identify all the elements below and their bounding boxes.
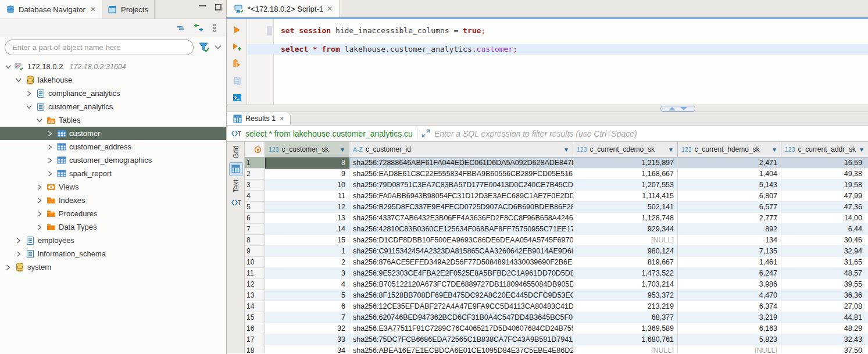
minimize-icon[interactable] — [199, 5, 206, 11]
cell-c_current_addr_sk[interactable]: 32,43 — [781, 334, 868, 345]
editor-results-splitter[interactable] — [227, 105, 868, 112]
cell-c_current_hdemo_sk[interactable]: 892 — [678, 224, 781, 235]
tree-item-customer-analytics[interactable]: customer_analytics — [0, 100, 226, 113]
cell-c_current_cdemo_sk[interactable]: 1,473,522 — [573, 268, 678, 279]
chevron-right-icon[interactable] — [36, 184, 43, 190]
chevron-down-icon[interactable] — [5, 65, 12, 69]
cell-c_customer_id[interactable]: sha256:4337C7AB6432E3B06FF4A3636FD2F8CC8… — [349, 213, 573, 224]
expand-filter-icon[interactable] — [422, 129, 430, 138]
row-number[interactable]: 3 — [245, 180, 265, 191]
cell-c_current_addr_sk[interactable]: 16,59 — [781, 158, 868, 169]
row-number[interactable]: 12 — [245, 279, 265, 290]
cell-c_customer_sk[interactable]: 2 — [265, 257, 349, 268]
cell-c_customer_sk[interactable]: 13 — [265, 213, 349, 224]
chevron-right-icon[interactable] — [36, 211, 43, 217]
open-sql-console-icon[interactable] — [233, 94, 242, 102]
editor-text-area[interactable]: set session hide_inaccessible_columns = … — [247, 19, 868, 105]
cell-c_current_hdemo_sk[interactable]: 6,577 — [678, 202, 781, 213]
cell-c_current_cdemo_sk[interactable]: 953,372 — [573, 290, 678, 301]
cell-c_current_addr_sk[interactable]: 36,36 — [781, 290, 868, 301]
cell-c_customer_sk[interactable]: 11 — [265, 191, 349, 202]
column-menu-arrow-icon[interactable]: ▼ — [563, 146, 569, 153]
cell-c_current_cdemo_sk[interactable]: 213,219 — [573, 301, 678, 312]
cell-c_customer_sk[interactable]: 3 — [265, 268, 349, 279]
tree-item-spark-report[interactable]: spark_report — [0, 167, 226, 180]
cell-c_current_addr_sk[interactable]: 49,38 — [781, 169, 868, 180]
cell-c_current_cdemo_sk[interactable]: 819,667 — [573, 257, 678, 268]
cell-c_customer_id[interactable]: sha256:42810C83B0360CE125634F068BAF8FF75… — [349, 224, 573, 235]
cell-c_customer_id[interactable]: sha256:EAD8E61C8C22E555834FBBA9B60556CB2… — [349, 169, 573, 180]
column-header-c_customer_id[interactable]: A-Zc_customer_id▼ — [349, 142, 573, 158]
row-number[interactable]: 18 — [245, 345, 265, 353]
tree-item-172-18-0-2[interactable]: 172.18.0.2172.18.0.2:31604 — [0, 60, 226, 73]
view-menu-icon[interactable] — [212, 23, 217, 33]
tree-item-procedures[interactable]: Procedures — [0, 207, 226, 220]
cell-c_customer_sk[interactable]: 15 — [265, 235, 349, 246]
cell-c_customer_id[interactable]: sha256:9E52303CE4FBA2E2F0525E8A5BFBD2C1A… — [349, 268, 573, 279]
close-icon[interactable]: ✕ — [279, 115, 284, 123]
cell-c_customer_sk[interactable]: 12 — [265, 202, 349, 213]
close-icon[interactable]: ✕ — [327, 5, 333, 13]
sql-statement-line[interactable]: set session hide_inaccessible_columns = … — [247, 26, 868, 36]
sql-statement-line[interactable]: select * from lakehouse.customer_analyti… — [247, 44, 868, 55]
cell-c_current_cdemo_sk[interactable]: 1,369,589 — [573, 323, 678, 334]
cell-c_customer_sk[interactable]: 34 — [265, 345, 349, 353]
explain-plan-icon[interactable] — [233, 77, 241, 85]
cell-c_current_hdemo_sk[interactable]: 7,135 — [678, 246, 781, 257]
cell-c_current_addr_sk[interactable]: 30,46 — [781, 235, 868, 246]
column-header-c_current_hdemo_sk[interactable]: 123c_current_hdemo_sk▼ — [678, 142, 781, 158]
tree-item-tables[interactable]: Tables — [0, 113, 226, 127]
cell-c_current_cdemo_sk[interactable]: 1,680,761 — [573, 334, 678, 345]
cell-c_current_addr_sk[interactable]: 31,65 — [781, 257, 868, 268]
tree-item-employees[interactable]: employees — [0, 234, 226, 247]
cell-c_current_cdemo_sk[interactable]: 1,114,415 — [573, 191, 678, 202]
chevron-right-icon[interactable] — [36, 224, 43, 230]
cell-c_current_hdemo_sk[interactable]: 6,374 — [678, 301, 781, 312]
cell-c_current_addr_sk[interactable]: 48,57 — [781, 268, 868, 279]
row-number[interactable]: 6 — [245, 213, 265, 224]
cell-c_current_cdemo_sk[interactable]: 1,168,667 — [573, 169, 678, 180]
execute-new-tab-icon[interactable] — [233, 42, 242, 51]
execute-statement-icon[interactable] — [233, 26, 241, 34]
chevron-down-icon[interactable] — [15, 78, 22, 83]
tab-database-navigator[interactable]: Database Navigator ✕ — [0, 0, 102, 19]
tree-item-views[interactable]: Views — [0, 180, 226, 194]
cell-c_current_addr_sk[interactable]: 6,44 — [781, 224, 868, 235]
grid-corner-cell[interactable] — [245, 142, 265, 158]
cell-c_current_hdemo_sk[interactable]: 6,163 — [678, 323, 781, 334]
cell-c_customer_id[interactable]: sha256:12CE35EFDABF272A4A47E9FA9CC5D4113… — [349, 301, 573, 312]
chevron-right-icon[interactable] — [47, 171, 53, 177]
cell-c_customer_id[interactable]: sha256:876ACE5EFED349A2D56F77D5084891433… — [349, 257, 573, 268]
cell-c_current_hdemo_sk[interactable]: 1,404 — [678, 169, 781, 180]
cell-c_current_cdemo_sk[interactable]: 980,124 — [573, 246, 678, 257]
row-number[interactable]: 5 — [245, 202, 265, 213]
tree-item-system[interactable]: system — [0, 260, 226, 274]
tab-sql-script[interactable]: *<172.18.0.2> Script-1 ✕ — [227, 0, 340, 17]
column-header-c_customer_sk[interactable]: 123c_customer_sk▼ — [265, 142, 349, 158]
cell-c_customer_id[interactable]: sha256:E3A77511F81C7289C76C4065217D5D406… — [349, 323, 573, 334]
chevron-right-icon[interactable] — [26, 91, 33, 96]
cell-c_current_cdemo_sk[interactable]: 1,703,214 — [573, 279, 678, 290]
cell-c_customer_sk[interactable]: 7 — [265, 312, 349, 323]
cell-c_customer_sk[interactable]: 1 — [265, 246, 349, 257]
column-menu-arrow-icon[interactable]: ▼ — [668, 146, 674, 153]
tab-results-1[interactable]: Results 1 ✕ — [227, 112, 291, 125]
cell-c_current_addr_sk[interactable]: 19,58 — [781, 180, 868, 191]
cell-c_customer_sk[interactable]: 5 — [265, 290, 349, 301]
cell-c_customer_sk[interactable]: 6 — [265, 301, 349, 312]
cell-c_current_hdemo_sk[interactable]: 5,143 — [678, 180, 781, 191]
row-number[interactable]: 17 — [245, 334, 265, 345]
cell-c_current_hdemo_sk[interactable]: 3,986 — [678, 279, 781, 290]
filter-funnel-icon[interactable] — [198, 42, 210, 52]
column-menu-arrow-icon[interactable]: ▼ — [340, 146, 345, 153]
cell-c_customer_sk[interactable]: 14 — [265, 224, 349, 235]
cell-c_customer_id[interactable]: sha256:B705122120A673FC7DE6889727DB11809… — [349, 279, 573, 290]
cell-c_customer_id[interactable]: sha256:79D08751C3EA7C83BA57D177E00413D0C… — [349, 180, 573, 191]
cell-c_current_cdemo_sk[interactable]: 1,215,897 — [573, 158, 678, 169]
row-number[interactable]: 4 — [245, 191, 265, 202]
grid-presentation-label[interactable]: Grid — [232, 145, 240, 159]
grid-presentation-icon[interactable] — [229, 162, 243, 176]
cell-c_current_addr_sk[interactable]: 47,36 — [781, 202, 868, 213]
tree-item-indexes[interactable]: Indexes — [0, 194, 226, 207]
link-with-editor-icon[interactable] — [194, 23, 204, 33]
